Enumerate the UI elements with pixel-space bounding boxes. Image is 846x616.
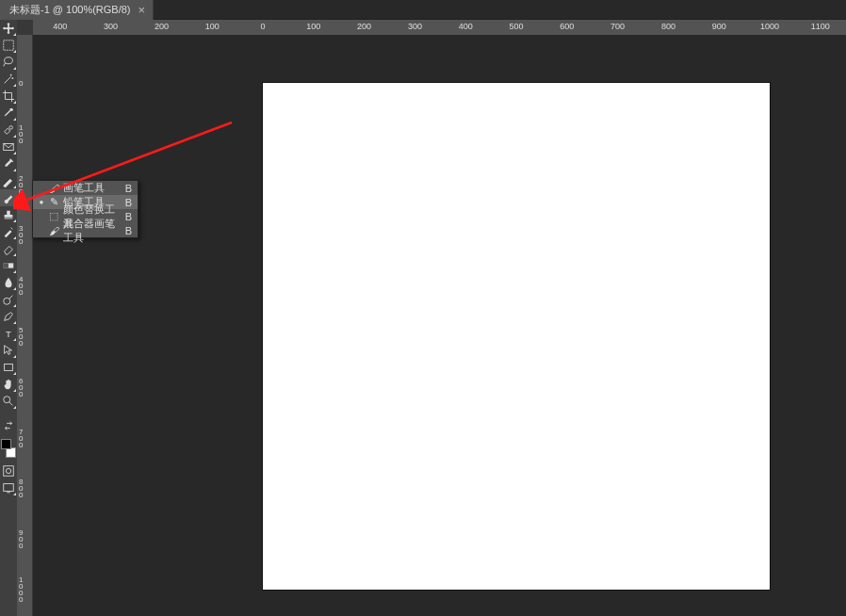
ruler-v-tick: 8 0 0 bbox=[19, 478, 30, 498]
color-swatch[interactable] bbox=[0, 438, 17, 459]
svg-rect-4 bbox=[5, 219, 13, 219]
svg-point-2 bbox=[9, 126, 13, 130]
close-icon[interactable]: × bbox=[138, 4, 146, 16]
zoom-tool[interactable] bbox=[0, 393, 17, 410]
gradient-tool[interactable] bbox=[0, 257, 17, 274]
ruler-v-tick: 2 0 0 bbox=[19, 174, 30, 194]
ruler-h-tick: 1000 bbox=[760, 22, 779, 31]
ruler-h-tick: 800 bbox=[661, 22, 675, 31]
type-tool[interactable]: T bbox=[0, 325, 17, 342]
spot-heal-tool[interactable] bbox=[0, 122, 17, 138]
ruler-h-tick: 100 bbox=[205, 22, 220, 31]
flyout-mark bbox=[39, 212, 44, 220]
brush-flyout-menu: 🖌画笔工具B●✎铅笔工具B ⬚颜色替换工具B 🖌混合器画笔工具B bbox=[32, 180, 138, 238]
tab-bar: 未标题-1 @ 100%(RGB/8) × bbox=[0, 0, 846, 20]
rectangle-tool[interactable] bbox=[0, 359, 17, 376]
eraser-tool[interactable] bbox=[0, 240, 17, 257]
pen-tool[interactable] bbox=[0, 308, 17, 325]
envelope-tool[interactable] bbox=[0, 138, 17, 155]
flyout-label: 混合器画笔工具 bbox=[63, 217, 122, 245]
svg-rect-11 bbox=[4, 466, 14, 477]
ruler-h-tick: 300 bbox=[104, 22, 118, 31]
svg-rect-6 bbox=[4, 263, 8, 267]
svg-point-10 bbox=[4, 397, 10, 403]
flyout-label: 画笔工具 bbox=[63, 181, 122, 195]
marquee-tool[interactable] bbox=[0, 37, 17, 54]
ruler-v-tick: 0 bbox=[19, 80, 30, 87]
ruler-v-tick: 1 0 0 bbox=[19, 123, 30, 143]
flyout-mark bbox=[39, 226, 44, 235]
flyout-icon: ⬚ bbox=[48, 210, 59, 222]
quick-mask[interactable] bbox=[0, 462, 17, 479]
flyout-icon: ✎ bbox=[48, 196, 59, 208]
spot-tool[interactable] bbox=[0, 172, 17, 189]
flyout-shortcut: B bbox=[125, 225, 132, 236]
wand-tool[interactable] bbox=[0, 71, 17, 88]
flyout-mark bbox=[39, 184, 44, 192]
stamp-tool[interactable] bbox=[0, 206, 17, 223]
flyout-shortcut: B bbox=[125, 211, 132, 222]
eyedropper-tool[interactable] bbox=[0, 105, 17, 122]
ruler-h-tick: 0 bbox=[260, 22, 265, 31]
ruler-h-tick: 100 bbox=[306, 22, 320, 31]
lasso-tool[interactable] bbox=[0, 54, 17, 71]
flyout-shortcut: B bbox=[125, 183, 132, 194]
ruler-v-tick: 9 0 0 bbox=[19, 529, 30, 549]
flyout-icon: 🖌 bbox=[48, 225, 59, 236]
flyout-icon: 🖌 bbox=[48, 183, 59, 194]
ruler-h-tick: 500 bbox=[509, 22, 523, 31]
tab-title: 未标题-1 @ 100%(RGB/8) bbox=[9, 3, 131, 17]
svg-point-7 bbox=[4, 298, 10, 304]
dodge-tool[interactable] bbox=[0, 291, 17, 308]
brush-group-tool[interactable] bbox=[0, 189, 17, 206]
eyedropper2-tool[interactable] bbox=[0, 155, 17, 172]
document-tab[interactable]: 未标题-1 @ 100%(RGB/8) × bbox=[0, 0, 154, 20]
svg-point-1 bbox=[5, 57, 13, 64]
move-tool[interactable] bbox=[0, 20, 17, 37]
svg-text:T: T bbox=[6, 329, 11, 339]
svg-rect-13 bbox=[4, 484, 14, 492]
canvas[interactable] bbox=[263, 83, 770, 590]
svg-rect-14 bbox=[7, 492, 10, 493]
crop-tool[interactable] bbox=[0, 88, 17, 105]
svg-rect-0 bbox=[4, 41, 14, 51]
ruler-v-tick: 4 0 0 bbox=[19, 276, 30, 296]
ruler-v-tick: 1 0 0 0 bbox=[19, 576, 30, 603]
ruler-h-tick: 200 bbox=[155, 22, 169, 31]
ruler-h-tick: 200 bbox=[357, 22, 371, 31]
history-brush-tool[interactable] bbox=[0, 223, 17, 240]
ruler-horizontal: 8007006005004003002001000100200300400500… bbox=[33, 20, 846, 35]
blur-tool[interactable] bbox=[0, 274, 17, 291]
ruler-v-tick: 6 0 0 bbox=[19, 377, 30, 397]
flyout-mark: ● bbox=[39, 198, 44, 206]
ruler-h-tick: 900 bbox=[712, 22, 726, 31]
ruler-vertical: 01 0 02 0 03 0 04 0 05 0 06 0 07 0 08 0 … bbox=[17, 35, 32, 616]
screen-mode[interactable] bbox=[0, 479, 17, 496]
swap-colors[interactable] bbox=[0, 417, 17, 434]
svg-point-12 bbox=[6, 468, 10, 473]
toolbar: T bbox=[0, 20, 17, 616]
ruler-h-tick: 400 bbox=[459, 22, 473, 31]
ruler-h-tick: 400 bbox=[53, 22, 67, 31]
svg-rect-9 bbox=[5, 365, 13, 371]
flyout-item-3[interactable]: 🖌混合器画笔工具B bbox=[33, 223, 138, 237]
path-select-tool[interactable] bbox=[0, 342, 17, 359]
flyout-shortcut: B bbox=[125, 197, 132, 208]
ruler-v-tick: 3 0 0 bbox=[19, 225, 30, 245]
canvas-area bbox=[33, 35, 846, 616]
ruler-v-tick: 5 0 0 bbox=[19, 327, 30, 347]
ruler-h-tick: 600 bbox=[560, 22, 574, 31]
ruler-h-tick: 1100 bbox=[811, 22, 830, 31]
ruler-h-tick: 700 bbox=[610, 22, 625, 31]
hand-tool[interactable] bbox=[0, 376, 17, 393]
ruler-v-tick: 7 0 0 bbox=[19, 428, 30, 447]
foreground-color[interactable] bbox=[1, 439, 11, 449]
ruler-h-tick: 300 bbox=[408, 22, 422, 31]
flyout-item-0[interactable]: 🖌画笔工具B bbox=[33, 181, 138, 195]
